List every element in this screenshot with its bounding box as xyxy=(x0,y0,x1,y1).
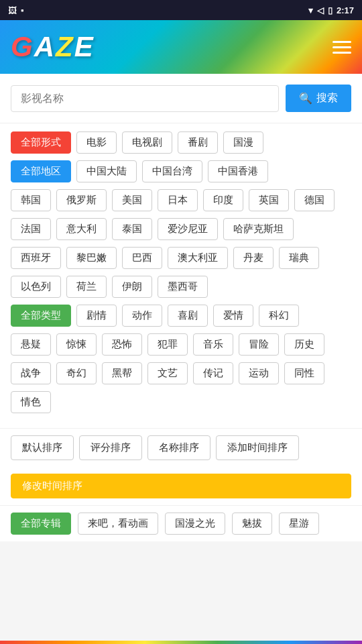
sort-name-tag[interactable]: 名称排序 xyxy=(147,435,210,460)
region-thailand-tag[interactable]: 泰国 xyxy=(112,218,152,240)
genre-action-tag[interactable]: 动作 xyxy=(122,305,162,327)
region-france-tag[interactable]: 法国 xyxy=(11,218,51,240)
region-uk-tag[interactable]: 英国 xyxy=(249,189,289,211)
genre-row-3: 战争 奇幻 黑帮 文艺 传记 运动 同性 xyxy=(11,362,351,384)
search-icon: 🔍 xyxy=(299,92,312,105)
region-lebanon-tag[interactable]: 黎巴嫩 xyxy=(66,247,117,269)
region-iran-tag[interactable]: 伊朗 xyxy=(112,276,152,298)
genre-literary-tag[interactable]: 文艺 xyxy=(147,362,188,384)
genre-horror-tag[interactable]: 恐怖 xyxy=(102,333,142,356)
region-all-tag[interactable]: 全部地区 xyxy=(11,160,71,182)
bottom-color-bar xyxy=(0,641,362,644)
format-manga-tag[interactable]: 国漫 xyxy=(223,131,263,154)
region-mexico-tag[interactable]: 墨西哥 xyxy=(158,276,208,298)
region-usa-tag[interactable]: 美国 xyxy=(112,189,152,211)
region-row-5: 以色列 荷兰 伊朗 墨西哥 xyxy=(11,276,351,298)
search-button-label: 搜索 xyxy=(316,91,338,105)
status-right-icons: ▾ ◁ ▯ 2:17 xyxy=(308,5,354,15)
signal-icon: ◁ xyxy=(317,5,324,15)
search-button[interactable]: 🔍 搜索 xyxy=(286,85,351,112)
region-korea-tag[interactable]: 韩国 xyxy=(11,189,51,211)
region-row-2: 韩国 俄罗斯 美国 日本 印度 英国 德国 xyxy=(11,189,351,211)
genre-fantasy-tag[interactable]: 奇幻 xyxy=(56,362,97,384)
sort-section: 默认排序 评分排序 名称排序 添加时间排序 xyxy=(0,428,362,467)
region-brazil-tag[interactable]: 巴西 xyxy=(122,247,162,269)
region-mainland-tag[interactable]: 中国大陆 xyxy=(76,160,137,182)
genre-romance-tag[interactable]: 爱情 xyxy=(213,305,253,327)
genre-scifi-tag[interactable]: 科幻 xyxy=(259,305,299,327)
region-india-tag[interactable]: 印度 xyxy=(203,189,243,211)
sort-rating-tag[interactable]: 评分排序 xyxy=(79,435,142,460)
region-row-3: 法国 意大利 泰国 爱沙尼亚 哈萨克斯坦 xyxy=(11,218,351,240)
sort-default-tag[interactable]: 默认排序 xyxy=(11,435,74,460)
photo-icon: 🖼 xyxy=(8,5,17,15)
region-row-4: 西班牙 黎巴嫩 巴西 澳大利亚 丹麦 瑞典 xyxy=(11,247,351,269)
genre-music-tag[interactable]: 音乐 xyxy=(193,333,233,356)
region-sweden-tag[interactable]: 瑞典 xyxy=(279,247,319,269)
logo-a: A xyxy=(34,31,56,62)
menu-line-2 xyxy=(333,46,351,48)
search-input[interactable] xyxy=(11,85,279,112)
search-section: 🔍 搜索 xyxy=(0,74,362,123)
active-sort-section: 修改时间排序 xyxy=(0,467,362,505)
genre-lgbt-tag[interactable]: 同性 xyxy=(284,362,324,384)
genre-row-1: 全部类型 剧情 动作 喜剧 爱情 科幻 xyxy=(11,305,351,327)
genre-war-tag[interactable]: 战争 xyxy=(11,362,51,384)
region-hk-tag[interactable]: 中国香港 xyxy=(208,160,268,182)
special-item-1[interactable]: 国漫之光 xyxy=(165,513,225,535)
special-item-2[interactable]: 魅拔 xyxy=(232,513,272,535)
region-russia-tag[interactable]: 俄罗斯 xyxy=(56,189,107,211)
genre-thriller-tag[interactable]: 惊悚 xyxy=(56,333,97,356)
format-movie-tag[interactable]: 电影 xyxy=(76,131,117,154)
special-item-0[interactable]: 来吧，看动画 xyxy=(78,513,158,535)
region-australia-tag[interactable]: 澳大利亚 xyxy=(168,247,228,269)
region-row-1: 全部地区 中国大陆 中国台湾 中国香港 xyxy=(11,160,351,182)
region-taiwan-tag[interactable]: 中国台湾 xyxy=(142,160,202,182)
format-row: 全部形式 电影 电视剧 番剧 国漫 xyxy=(11,131,351,154)
region-italy-tag[interactable]: 意大利 xyxy=(56,218,107,240)
time-display: 2:17 xyxy=(337,5,354,15)
app-header: GAZE xyxy=(0,20,362,74)
region-kazakhstan-tag[interactable]: 哈萨克斯坦 xyxy=(223,218,294,240)
sort-addtime-tag[interactable]: 添加时间排序 xyxy=(216,435,299,460)
region-netherlands-tag[interactable]: 荷兰 xyxy=(66,276,107,298)
genre-all-tag[interactable]: 全部类型 xyxy=(11,305,71,327)
region-japan-tag[interactable]: 日本 xyxy=(158,189,198,211)
region-germany-tag[interactable]: 德国 xyxy=(294,189,335,211)
battery-icon: ▯ xyxy=(328,5,333,15)
genre-gangster-tag[interactable]: 黑帮 xyxy=(102,362,142,384)
format-anime-tag[interactable]: 番剧 xyxy=(178,131,218,154)
logo-g: G xyxy=(11,31,34,62)
region-denmark-tag[interactable]: 丹麦 xyxy=(233,247,274,269)
genre-row-2: 悬疑 惊悚 恐怖 犯罪 音乐 冒险 历史 xyxy=(11,333,351,356)
wifi-icon: ▾ xyxy=(308,5,313,15)
menu-button[interactable] xyxy=(333,41,351,54)
genre-comedy-tag[interactable]: 喜剧 xyxy=(168,305,208,327)
genre-suspense-tag[interactable]: 悬疑 xyxy=(11,333,51,356)
status-left-icons: 🖼 ▪ xyxy=(8,5,24,15)
genre-adventure-tag[interactable]: 冒险 xyxy=(239,333,279,356)
genre-crime-tag[interactable]: 犯罪 xyxy=(147,333,188,356)
special-all-tag[interactable]: 全部专辑 xyxy=(11,513,71,535)
format-tv-tag[interactable]: 电视剧 xyxy=(122,131,172,154)
region-spain-tag[interactable]: 西班牙 xyxy=(11,247,61,269)
region-israel-tag[interactable]: 以色列 xyxy=(11,276,61,298)
genre-biography-tag[interactable]: 传记 xyxy=(193,362,233,384)
sort-modtime-active-tag[interactable]: 修改时间排序 xyxy=(11,474,351,498)
special-item-3[interactable]: 星游 xyxy=(279,513,319,535)
filters-section: 全部形式 电影 电视剧 番剧 国漫 全部地区 中国大陆 中国台湾 中国香港 韩国… xyxy=(0,123,362,428)
square-icon: ▪ xyxy=(21,5,24,15)
genre-history-tag[interactable]: 历史 xyxy=(284,333,324,356)
region-estonia-tag[interactable]: 爱沙尼亚 xyxy=(158,218,218,240)
genre-sport-tag[interactable]: 运动 xyxy=(239,362,279,384)
logo-z: Z xyxy=(56,31,74,62)
app-logo: GAZE xyxy=(11,31,95,63)
menu-line-3 xyxy=(333,52,351,54)
format-all-tag[interactable]: 全部形式 xyxy=(11,131,71,154)
genre-row-4: 情色 xyxy=(11,391,351,413)
status-bar: 🖼 ▪ ▾ ◁ ▯ 2:17 xyxy=(0,0,362,20)
logo-e: E xyxy=(74,31,95,62)
genre-erotic-tag[interactable]: 情色 xyxy=(11,391,51,413)
special-section: 全部专辑 来吧，看动画 国漫之光 魅拔 星游 xyxy=(0,505,362,541)
genre-drama-tag[interactable]: 剧情 xyxy=(76,305,117,327)
